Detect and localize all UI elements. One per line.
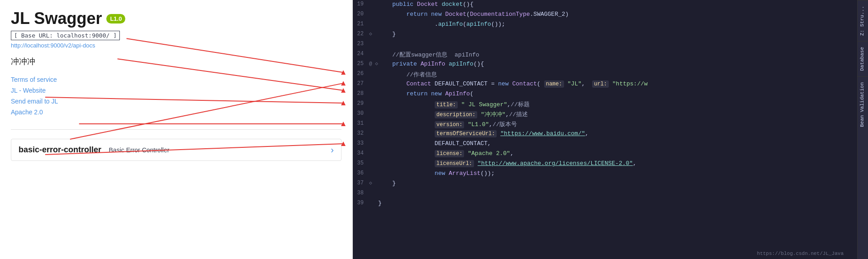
- svg-marker-3: [341, 88, 346, 93]
- code-line-29: 29 title: " JL Swagger",//标题: [353, 99, 857, 109]
- code-line-22: 22 ◇ }: [353, 30, 857, 40]
- svg-marker-9: [341, 81, 346, 85]
- controller-section[interactable]: basic-error-controller Basic Error Contr…: [11, 139, 342, 161]
- divider: [11, 129, 342, 130]
- code-line-32: 32 termsOfServiceUrl: "https://www.baidu…: [353, 129, 857, 139]
- controller-title: basic-error-controller: [19, 145, 101, 154]
- code-line-30: 30 description: "冲冲冲",//描述: [353, 109, 857, 119]
- api-docs-link[interactable]: http://localhost:9000/v2/api-docs: [11, 42, 342, 49]
- terms-of-service-link[interactable]: Terms of service: [11, 76, 342, 83]
- code-line-37: 37 ◇ }: [353, 179, 857, 189]
- code-line-36: 36 new ArrayList());: [353, 169, 857, 179]
- code-line-27: 27 Contact DEFAULT_CONTACT = new Contact…: [353, 80, 857, 89]
- version-badge: L1.0: [106, 14, 125, 24]
- svg-marker-11: [341, 141, 346, 146]
- code-line-24: 24 //配置swagger信息 apiInfo: [353, 50, 857, 60]
- sidebar-tab-structure[interactable]: Z: Stru...: [858, 0, 868, 41]
- sidebar-tabs: Z: Stru... Database Bean Validation: [857, 0, 868, 259]
- swagger-panel: JL Swagger L1.0 [ Base URL: localhost:90…: [0, 0, 353, 259]
- sidebar-tab-bean-validation[interactable]: Bean Validation: [858, 76, 868, 132]
- code-line-21: 21 .apiInfo(apiInfo());: [353, 20, 857, 30]
- svg-marker-7: [341, 122, 346, 126]
- code-line-19: 19 public Docket docket(){: [353, 0, 857, 10]
- code-line-38: 38: [353, 189, 857, 199]
- code-line-25: 25 @ ◇ private ApiInfo apiInfo(){: [353, 60, 857, 70]
- author-name: 冲冲冲: [11, 56, 342, 67]
- code-line-23: 23: [353, 40, 857, 50]
- code-line-26: 26 //作者信息: [353, 70, 857, 80]
- apache-link[interactable]: Apache 2.0: [11, 108, 342, 116]
- code-line-39: 39 }: [353, 199, 857, 209]
- svg-marker-5: [341, 101, 346, 105]
- base-url: [ Base URL: localhost:9000/ ]: [11, 31, 120, 40]
- svg-marker-1: [341, 70, 346, 75]
- code-line-35: 35 licenseUrl: "http://www.apache.org/li…: [353, 159, 857, 169]
- code-line-28: 28 return new ApiInfo(: [353, 89, 857, 99]
- info-links: Terms of service JL - Website Send email…: [11, 76, 342, 116]
- code-line-20: 20 return new Docket(DocumentationType.S…: [353, 10, 857, 20]
- code-line-34: 34 license: "Apache 2.0",: [353, 149, 857, 159]
- send-email-link[interactable]: Send email to JL: [11, 98, 342, 105]
- jl-website-link[interactable]: JL - Website: [11, 87, 342, 94]
- code-line-31: 31 version: "L1.0",//版本号: [353, 119, 857, 129]
- swagger-header: JL Swagger L1.0: [11, 9, 342, 28]
- controller-desc: Basic Error Controller: [109, 146, 170, 154]
- swagger-title: JL Swagger: [11, 9, 102, 28]
- code-content: 19 public Docket docket(){ 20 return new…: [353, 0, 857, 259]
- sidebar-tab-database[interactable]: Database: [858, 41, 868, 76]
- code-line-33: 33 DEFAULT_CONTACT,: [353, 139, 857, 149]
- watermark: https://blog.csdn.net/JL_Java: [757, 251, 844, 256]
- controller-info: basic-error-controller Basic Error Contr…: [19, 145, 169, 155]
- chevron-right-icon: ›: [331, 145, 334, 155]
- code-panel: 19 public Docket docket(){ 20 return new…: [353, 0, 868, 259]
